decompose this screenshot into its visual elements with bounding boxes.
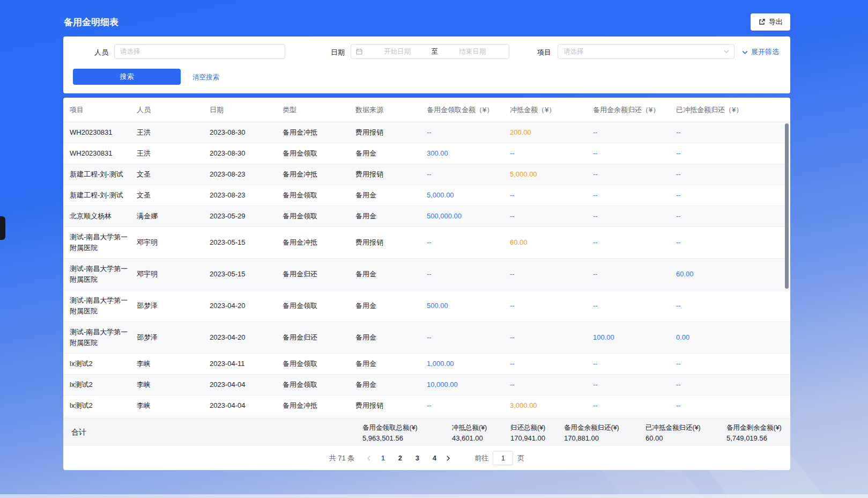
cell-offset_return: -- [676, 232, 790, 253]
cell-offset: 60.00 [510, 232, 593, 253]
filter-panel: 人员 日期 至 项目 [63, 36, 790, 93]
cell-withdraw: 5,000.00 [427, 185, 510, 206]
cell-person: 李峡 [137, 375, 210, 395]
expand-filters-link[interactable]: 展开筛选 [741, 47, 779, 57]
page-unit: 页 [517, 453, 524, 463]
goto-page-input[interactable] [493, 451, 513, 465]
page-number-3[interactable]: 3 [410, 451, 424, 465]
cell-project: 测试-南昌大学第一附属医院 [63, 227, 137, 258]
cell-balance_return: -- [593, 185, 676, 206]
main-content: 备用金明细表 导出 人员 日期 至 项目 [63, 0, 790, 470]
table-row[interactable]: 测试-南昌大学第一附属医院邓宇明2023-05-15备用金冲抵费用报销--60.… [63, 227, 790, 259]
table-body: WH20230831王洪2023-08-30备用金冲抵费用报销--200.00-… [63, 122, 790, 418]
cell-withdraw: -- [427, 164, 510, 185]
table-row[interactable]: 新建工程-刘-测试文圣2023-08-23备用金领取备用金5,000.00---… [63, 185, 790, 206]
column-header: 已冲抵金额归还（¥） [676, 105, 790, 115]
cell-date: 2023-04-20 [210, 296, 283, 316]
date-separator: 至 [432, 47, 439, 56]
cell-balance_return: -- [593, 206, 676, 226]
cell-withdraw: -- [427, 396, 510, 416]
table-row[interactable]: 测试-南昌大学第一附属医院邵梦泽2023-04-20备用金归还备用金----10… [63, 322, 790, 354]
person-select-input[interactable] [114, 44, 285, 59]
cell-offset: -- [510, 185, 593, 206]
cell-offset_return: -- [676, 206, 790, 226]
goto-page-group: 前往 页 [474, 451, 524, 465]
search-button[interactable]: 搜索 [73, 69, 181, 85]
column-header: 备用金领取金额（¥） [427, 105, 510, 115]
vertical-scrollbar[interactable] [785, 123, 789, 289]
cell-offset_return: -- [676, 164, 790, 185]
page-number-4[interactable]: 4 [427, 451, 441, 465]
table-row[interactable]: WH20230831王洪2023-08-30备用金冲抵费用报销--200.00-… [63, 122, 790, 143]
project-select-input[interactable] [563, 48, 723, 55]
summary-item-value: 170,941.00 [510, 434, 545, 442]
table-row[interactable]: 测试-南昌大学第一附属医院邓宇明2023-05-15备用金归还备用金------… [63, 259, 790, 290]
cell-offset_return: 60.00 [676, 264, 790, 284]
cell-person: 李峡 [137, 396, 210, 416]
cell-type: 备用金冲抵 [283, 122, 355, 143]
cell-withdraw: 500.00 [427, 296, 510, 316]
table-row[interactable]: lx测试2李峡2023-04-04备用金冲抵费用报销--3,000.00---- [63, 396, 790, 416]
cell-date: 2023-04-04 [210, 375, 283, 395]
cell-project: lx测试2 [63, 375, 137, 395]
cell-offset: 200.00 [510, 122, 593, 143]
next-page-button[interactable] [441, 451, 455, 465]
summary-item-label: 备用金领取总额(¥) [362, 423, 418, 433]
cell-person: 邓宇明 [137, 264, 210, 284]
page-number-2[interactable]: 2 [393, 451, 407, 465]
cell-withdraw: 1,000.00 [427, 354, 510, 374]
cell-type: 备用金领取 [283, 375, 355, 395]
cell-source: 费用报销 [355, 122, 427, 143]
cell-offset_return: 0.00 [676, 327, 790, 348]
cell-type: 备用金领取 [283, 143, 355, 164]
table-header: 项目人员日期类型数据来源备用金领取金额（¥）冲抵金额（¥）备用金余额归还（¥）已… [63, 98, 790, 122]
page-number-1[interactable]: 1 [376, 451, 390, 465]
project-select[interactable] [558, 44, 735, 59]
summary-item-value: 170,881.00 [564, 434, 619, 442]
cell-withdraw: 300.00 [427, 143, 510, 164]
drawer-handle[interactable] [0, 216, 5, 240]
cell-withdraw: -- [427, 264, 510, 284]
summary-item-value: 43,601.00 [452, 434, 487, 442]
cell-balance_return: -- [593, 375, 676, 395]
table-row[interactable]: lx测试2李峡2023-04-04备用金领取备用金10,000.00------ [63, 375, 790, 396]
summary-item-label: 归还总额(¥) [510, 423, 545, 433]
cell-person: 李峡 [137, 354, 210, 374]
cell-project: 新建工程-刘-测试 [63, 164, 137, 185]
column-header: 冲抵金额（¥） [510, 105, 593, 115]
pagination: 共 71 条 1234 前往 页 [63, 446, 790, 470]
table-row[interactable]: 测试-南昌大学第一附属医院邵梦泽2023-04-20备用金领取备用金500.00… [63, 290, 790, 322]
export-button[interactable]: 导出 [751, 13, 790, 31]
table-row[interactable]: 新建工程-刘-测试文圣2023-08-23备用金冲抵费用报销--5,000.00… [63, 164, 790, 185]
end-date-input[interactable] [440, 48, 505, 55]
date-range-picker[interactable]: 至 [351, 44, 509, 59]
clear-search-link[interactable]: 清空搜索 [192, 73, 219, 82]
table-row[interactable]: 北京顺义杨林满金娜2023-05-29备用金领取备用金500,000.00---… [63, 206, 790, 227]
column-header: 数据来源 [355, 105, 427, 115]
cell-offset_return: -- [676, 185, 790, 206]
cell-withdraw: -- [427, 232, 510, 253]
cell-balance_return: -- [593, 122, 676, 143]
summary-item: 冲抵总额(¥)43,601.00 [452, 423, 487, 442]
cell-date: 2023-04-11 [210, 354, 283, 374]
cell-offset_return: -- [676, 296, 790, 316]
cell-project: 测试-南昌大学第一附属医院 [63, 259, 137, 290]
cell-source: 备用金 [355, 206, 427, 226]
cell-type: 备用金冲抵 [283, 232, 355, 253]
data-table: 项目人员日期类型数据来源备用金领取金额（¥）冲抵金额（¥）备用金余额归还（¥）已… [63, 98, 790, 470]
export-icon [758, 18, 766, 26]
bottom-strip [0, 494, 868, 498]
page-background: 备用金明细表 导出 人员 日期 至 项目 [0, 0, 868, 498]
table-row[interactable]: WH20230831王洪2023-08-30备用金领取备用金300.00----… [63, 143, 790, 164]
cell-type: 备用金领取 [283, 206, 355, 226]
cell-withdraw: -- [427, 327, 510, 348]
prev-page-button[interactable] [362, 451, 376, 465]
table-row[interactable]: lx测试2李峡2023-04-11备用金领取备用金1,000.00------ [63, 354, 790, 375]
cell-offset: 3,000.00 [510, 396, 593, 416]
cell-person: 文圣 [137, 164, 210, 185]
start-date-input[interactable] [365, 48, 429, 55]
goto-label: 前往 [474, 453, 488, 463]
cell-balance_return: -- [593, 354, 676, 374]
cell-offset_return: -- [676, 375, 790, 395]
cell-offset_return: -- [676, 122, 790, 143]
